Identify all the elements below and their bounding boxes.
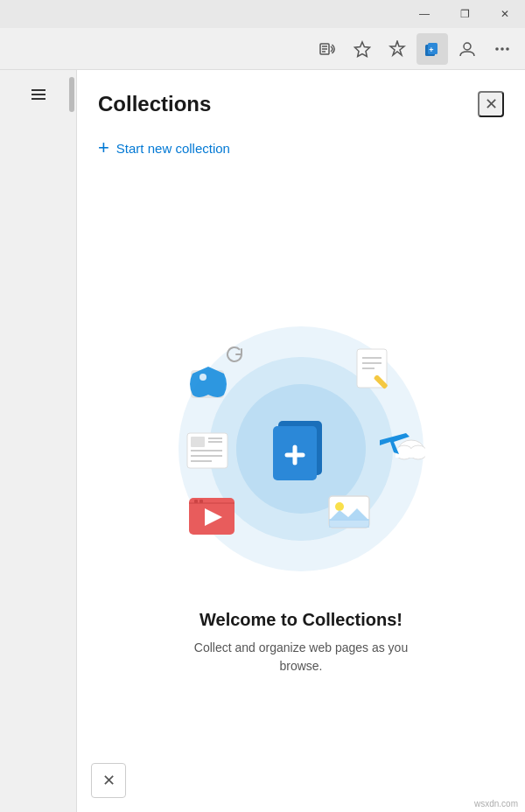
sidebar <box>0 70 77 812</box>
watermark-text: wsxdn.com <box>474 799 518 808</box>
favorite-icon <box>354 40 371 58</box>
svg-point-12 <box>506 47 509 51</box>
read-aloud-button[interactable] <box>312 33 343 65</box>
favorite-button[interactable] <box>346 33 378 65</box>
collections-button[interactable]: + <box>416 33 448 65</box>
hamburger-icon <box>30 86 47 103</box>
profile-icon <box>458 40 476 58</box>
tag-icon <box>186 361 231 407</box>
new-collection-plus-icon: + <box>98 138 109 158</box>
video-icon <box>187 496 236 536</box>
read-aloud-icon <box>318 40 336 58</box>
minimize-button[interactable]: — <box>404 0 444 28</box>
main-layout: Collections ✕ + Start new collection <box>0 70 525 812</box>
title-bar-controls: — ❐ ✕ <box>404 0 525 28</box>
svg-marker-5 <box>390 41 404 55</box>
article-icon <box>186 431 229 470</box>
collections-icon: + <box>424 40 441 58</box>
image-icon <box>327 494 371 529</box>
panel-title: Collections <box>98 92 211 116</box>
welcome-title: Welcome to Collections! <box>200 610 402 630</box>
close-button[interactable]: ✕ <box>485 0 525 28</box>
watermark: wsxdn.com <box>474 799 518 808</box>
sidebar-scrollbar[interactable] <box>69 70 74 812</box>
close-icon: ✕ <box>500 8 509 20</box>
svg-point-36 <box>335 502 344 511</box>
favorites-icon <box>388 40 406 58</box>
svg-text:+: + <box>429 46 433 54</box>
svg-rect-29 <box>191 437 205 447</box>
profile-button[interactable] <box>452 33 483 65</box>
more-button[interactable] <box>486 33 518 65</box>
svg-point-9 <box>464 43 471 50</box>
new-collection-label: Start new collection <box>116 141 230 156</box>
svg-rect-45 <box>200 500 203 503</box>
svg-rect-37 <box>329 519 369 528</box>
svg-marker-4 <box>355 42 370 57</box>
sidebar-scrollbar-thumb <box>69 77 74 112</box>
maximize-button[interactable]: ❐ <box>444 0 485 28</box>
document-icon <box>354 347 396 393</box>
new-collection-button[interactable]: + Start new collection <box>77 131 525 164</box>
favorites-button[interactable] <box>382 33 413 65</box>
svg-point-21 <box>200 374 206 381</box>
panel-header: Collections ✕ <box>77 70 525 131</box>
illustration-area: Welcome to Collections! Collect and orga… <box>77 172 525 812</box>
panel-close-button[interactable]: ✕ <box>478 91 504 117</box>
illustration-container <box>161 309 441 589</box>
minimize-icon: — <box>419 8 430 20</box>
svg-point-10 <box>495 47 499 51</box>
collections-panel: Collections ✕ + Start new collection <box>77 70 525 812</box>
bottom-action-button[interactable]: ✕ <box>91 763 126 798</box>
more-icon <box>494 40 511 58</box>
panel-close-icon: ✕ <box>485 94 498 114</box>
svg-rect-44 <box>194 500 198 503</box>
svg-rect-41 <box>396 449 420 458</box>
welcome-text: Collect and organize web pages as you br… <box>187 639 415 676</box>
svg-point-11 <box>500 47 504 51</box>
title-bar: — ❐ ✕ <box>0 0 525 28</box>
browser-toolbar: + <box>0 28 525 70</box>
maximize-icon: ❐ <box>460 8 470 20</box>
center-collection-icon <box>270 414 332 484</box>
bottom-action-icon: ✕ <box>102 771 116 790</box>
refresh-icon <box>224 344 245 365</box>
sidebar-menu-button[interactable] <box>18 77 60 112</box>
plane-icon <box>374 423 425 466</box>
